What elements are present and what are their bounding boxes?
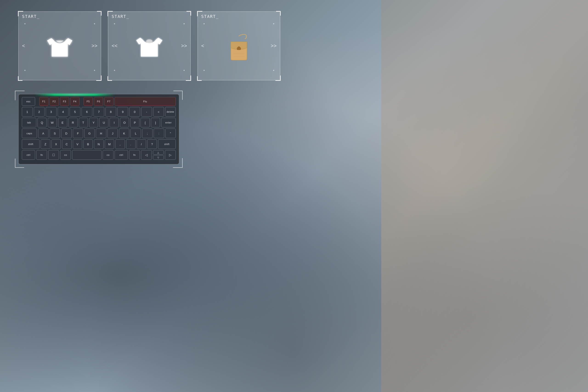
key-fn-right[interactable]: fn xyxy=(129,150,140,160)
key-f7[interactable]: F7 xyxy=(104,97,113,106)
product-card-1[interactable]: START_ < >> xyxy=(18,12,101,80)
dot xyxy=(94,70,95,71)
key-d[interactable]: D xyxy=(61,128,71,138)
asdf-row: caps A S D F G H J K L ; : " xyxy=(22,128,176,138)
key-shift-left[interactable]: shift xyxy=(22,139,40,149)
dot xyxy=(24,70,26,71)
key-j[interactable]: J xyxy=(108,128,118,138)
key-colon[interactable]: : xyxy=(154,128,164,138)
key-p[interactable]: P xyxy=(130,118,139,128)
key-win[interactable]: □ xyxy=(48,150,59,160)
key-semicolon[interactable]: ; xyxy=(142,128,153,138)
card-label-2: START_ xyxy=(112,14,129,19)
key-u[interactable]: U xyxy=(99,118,108,128)
key-n[interactable]: N xyxy=(94,139,103,149)
person-silhouette xyxy=(381,0,588,392)
key-t[interactable]: T xyxy=(79,118,88,128)
key-question[interactable]: ? xyxy=(147,139,157,149)
card-nav-prev-3[interactable]: < xyxy=(200,42,205,50)
key-f5[interactable]: F5 xyxy=(84,97,93,106)
key-tab[interactable]: tab xyxy=(22,118,36,128)
key-quote[interactable]: " xyxy=(165,128,176,138)
key-h[interactable]: H xyxy=(96,128,106,138)
key-1[interactable]: 1 xyxy=(22,107,33,116)
key-7[interactable]: 7 xyxy=(94,107,104,116)
key-a[interactable]: A xyxy=(38,128,49,138)
corner-bl-2 xyxy=(108,76,112,81)
key-3[interactable]: 3 xyxy=(46,107,57,116)
product-image-3 xyxy=(226,32,251,64)
key-period[interactable]: . xyxy=(126,139,136,149)
key-co-left[interactable]: co xyxy=(60,150,71,160)
key-slash[interactable]: / xyxy=(137,139,146,149)
card-nav-prev-1[interactable]: < xyxy=(21,42,26,50)
key-minus[interactable]: - xyxy=(141,107,152,116)
fn-key-row: esc F1 F2 F3 F4 F5 F6 F7 Flu xyxy=(22,97,176,106)
key-arrow-left[interactable]: ◁ xyxy=(141,150,152,160)
key-caps[interactable]: caps xyxy=(22,128,37,138)
key-s[interactable]: S xyxy=(50,128,60,138)
key-c[interactable]: C xyxy=(62,139,71,149)
key-bracket-close[interactable]: ] xyxy=(151,118,160,128)
key-f3[interactable]: F3 xyxy=(60,97,69,106)
key-6[interactable]: 6 xyxy=(82,107,92,116)
virtual-keyboard[interactable]: esc F1 F2 F3 F4 F5 F6 F7 Flu 1 2 3 4 5 6 xyxy=(18,94,179,164)
key-z[interactable]: Z xyxy=(41,139,50,149)
key-arrow-right[interactable]: ▷ xyxy=(165,150,176,160)
card-nav-next-3[interactable]: >> xyxy=(269,42,278,50)
key-equals[interactable]: = xyxy=(153,107,164,116)
corner-tr-3 xyxy=(276,11,281,16)
key-w[interactable]: W xyxy=(48,118,57,128)
key-f[interactable]: F xyxy=(73,128,83,138)
key-f2[interactable]: F2 xyxy=(50,97,59,106)
key-space[interactable] xyxy=(72,150,102,160)
key-ctrl-right[interactable]: ctrl xyxy=(115,150,128,160)
key-9[interactable]: 9 xyxy=(117,107,128,116)
key-esc[interactable]: esc xyxy=(22,97,35,106)
key-delete[interactable]: delete xyxy=(165,107,176,116)
key-f-partial[interactable]: Flu xyxy=(115,97,176,106)
key-k[interactable]: K xyxy=(119,128,129,138)
dot xyxy=(203,23,205,24)
key-f6[interactable]: F6 xyxy=(94,97,103,106)
key-o[interactable]: O xyxy=(120,118,129,128)
key-shift-right[interactable]: shift xyxy=(158,139,176,149)
key-q[interactable]: Q xyxy=(38,118,47,128)
product-card-3[interactable]: START_ < >> xyxy=(197,12,280,80)
key-f4[interactable]: F4 xyxy=(70,97,80,106)
keyboard-container: esc F1 F2 F3 F4 F5 F6 F7 Flu 1 2 3 4 5 6 xyxy=(18,94,179,164)
dot xyxy=(94,23,95,24)
key-4[interactable]: 4 xyxy=(58,107,69,116)
key-ctrl-left[interactable]: ctrl xyxy=(22,150,35,160)
product-card-2[interactable]: START_ << >> xyxy=(108,12,191,80)
key-5[interactable]: 5 xyxy=(70,107,80,116)
key-x[interactable]: X xyxy=(52,139,61,149)
key-co-right[interactable]: co xyxy=(103,150,113,160)
card-nav-prev-2[interactable]: << xyxy=(111,42,119,50)
product-image-1 xyxy=(45,32,75,62)
key-fn-left[interactable]: fn xyxy=(36,150,47,160)
key-8[interactable]: 8 xyxy=(105,107,116,116)
key-arrow-down[interactable]: ▽ xyxy=(153,155,164,160)
key-0[interactable]: 0 xyxy=(129,107,140,116)
key-comma[interactable]: , xyxy=(115,139,125,149)
key-y[interactable]: Y xyxy=(89,118,98,128)
dot xyxy=(114,23,115,24)
key-g[interactable]: G xyxy=(84,128,95,138)
key-f1[interactable]: F1 xyxy=(39,97,49,106)
key-enter[interactable]: enter xyxy=(161,118,176,128)
key-r[interactable]: R xyxy=(69,118,78,128)
key-arrow-up[interactable]: △ xyxy=(153,150,164,155)
key-l[interactable]: L xyxy=(130,128,141,138)
key-bracket-open[interactable]: [ xyxy=(141,118,150,128)
card-nav-next-2[interactable]: >> xyxy=(180,42,188,50)
product-image-2 xyxy=(134,32,164,62)
card-nav-next-1[interactable]: >> xyxy=(90,42,99,50)
key-b[interactable]: B xyxy=(83,139,93,149)
key-2[interactable]: 2 xyxy=(34,107,45,116)
dot xyxy=(114,70,115,71)
key-i[interactable]: I xyxy=(110,118,119,128)
key-v[interactable]: V xyxy=(73,139,82,149)
key-m[interactable]: M xyxy=(105,139,114,149)
key-e[interactable]: E xyxy=(58,118,67,128)
